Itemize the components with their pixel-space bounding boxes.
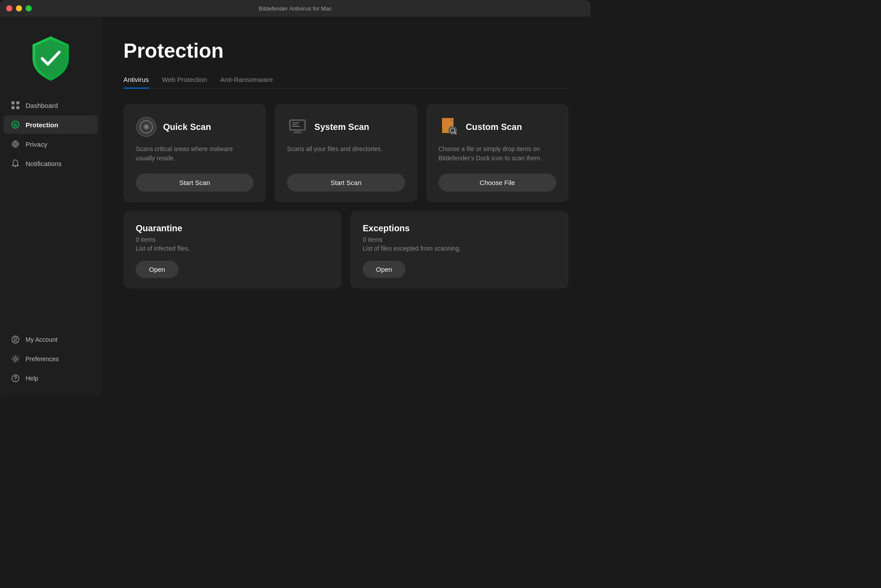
protection-label: Protection xyxy=(26,121,58,129)
minimize-button[interactable] xyxy=(16,5,22,11)
custom-scan-header: Custom Scan xyxy=(439,116,556,137)
svg-point-21 xyxy=(145,126,147,128)
main-content: Protection Antivirus Web Protection Anti… xyxy=(101,17,591,396)
tab-web-protection[interactable]: Web Protection xyxy=(162,76,207,89)
svg-rect-3 xyxy=(16,106,19,109)
custom-scan-card: Custom Scan Choose a file or simply drop… xyxy=(426,104,569,202)
tab-bar: Antivirus Web Protection Anti-Ransomware xyxy=(123,76,569,89)
quick-scan-icon xyxy=(136,116,157,137)
sidebar-nav: Dashboard B Protection xyxy=(0,96,101,325)
svg-rect-28 xyxy=(293,132,302,133)
my-account-label: My Account xyxy=(26,336,57,343)
quick-scan-button[interactable]: Start Scan xyxy=(136,174,253,192)
svg-text:B: B xyxy=(14,122,17,128)
notifications-icon xyxy=(11,159,20,168)
maximize-button[interactable] xyxy=(26,5,32,11)
sidebar-item-privacy[interactable]: Privacy xyxy=(4,135,98,153)
preferences-label: Preferences xyxy=(26,355,59,362)
window-title: Bitdefender Antivirus for Mac xyxy=(259,5,332,12)
system-scan-button[interactable]: Start Scan xyxy=(287,174,405,192)
custom-scan-title: Custom Scan xyxy=(466,122,522,132)
close-button[interactable] xyxy=(6,5,12,11)
quarantine-count: 0 items xyxy=(136,236,329,243)
help-icon xyxy=(11,374,20,383)
system-scan-icon xyxy=(287,116,308,137)
svg-point-17 xyxy=(15,380,16,381)
privacy-icon xyxy=(11,139,20,149)
exceptions-desc: List of files excepted from scanning. xyxy=(363,245,556,252)
help-label: Help xyxy=(26,375,38,382)
title-bar: Bitdefender Antivirus for Mac xyxy=(0,0,591,17)
sidebar-item-protection[interactable]: B Protection xyxy=(4,115,98,134)
bottom-cards-grid: Quarantine 0 items List of infected file… xyxy=(123,211,569,288)
my-account-icon xyxy=(11,335,20,344)
logo-area xyxy=(0,17,101,96)
quarantine-card: Quarantine 0 items List of infected file… xyxy=(123,211,342,288)
exceptions-card: Exceptions 0 items List of files excepte… xyxy=(350,211,569,288)
quick-scan-header: Quick Scan xyxy=(136,116,253,137)
privacy-label: Privacy xyxy=(26,141,47,148)
quarantine-desc: List of infected files. xyxy=(136,245,329,252)
system-scan-header: System Scan xyxy=(287,116,405,137)
sidebar: Dashboard B Protection xyxy=(0,17,101,396)
window-controls[interactable] xyxy=(6,5,32,11)
sidebar-item-help[interactable]: Help xyxy=(4,369,98,388)
notifications-label: Notifications xyxy=(26,160,62,167)
quarantine-open-button[interactable]: Open xyxy=(136,261,178,278)
svg-rect-0 xyxy=(11,101,15,104)
sidebar-item-dashboard[interactable]: Dashboard xyxy=(4,96,98,115)
page-title: Protection xyxy=(123,39,569,63)
exceptions-count: 0 items xyxy=(363,236,556,243)
svg-point-8 xyxy=(15,144,16,144)
sidebar-item-my-account[interactable]: My Account xyxy=(4,330,98,349)
svg-rect-23 xyxy=(291,121,304,129)
svg-point-14 xyxy=(14,337,17,340)
exceptions-title: Exceptions xyxy=(363,223,556,233)
sidebar-item-notifications[interactable]: Notifications xyxy=(4,154,98,173)
app-layout: Dashboard B Protection xyxy=(0,17,591,396)
quick-scan-desc: Scans critical areas where malware usual… xyxy=(136,144,253,163)
quick-scan-title: Quick Scan xyxy=(163,122,211,132)
preferences-icon xyxy=(11,354,20,364)
custom-scan-button[interactable]: Choose File xyxy=(439,174,556,192)
tab-anti-ransomware[interactable]: Anti-Ransomware xyxy=(220,76,273,89)
svg-rect-1 xyxy=(16,101,19,104)
exceptions-open-button[interactable]: Open xyxy=(363,261,405,278)
custom-scan-icon xyxy=(439,116,460,137)
sidebar-item-preferences[interactable]: Preferences xyxy=(4,350,98,368)
protection-icon: B xyxy=(11,120,20,129)
tab-antivirus[interactable]: Antivirus xyxy=(123,76,149,89)
svg-rect-27 xyxy=(295,130,300,132)
dashboard-icon xyxy=(11,100,20,110)
system-scan-title: System Scan xyxy=(314,122,369,132)
scan-cards-grid: Quick Scan Scans critical areas where ma… xyxy=(123,104,569,202)
svg-rect-2 xyxy=(11,106,15,109)
quarantine-title: Quarantine xyxy=(136,223,329,233)
quick-scan-card: Quick Scan Scans critical areas where ma… xyxy=(123,104,266,202)
shield-logo xyxy=(26,34,75,83)
dashboard-label: Dashboard xyxy=(26,102,58,109)
system-scan-desc: Scans all your files and directories. xyxy=(287,144,405,163)
system-scan-card: System Scan Scans all your files and dir… xyxy=(275,104,417,202)
svg-point-15 xyxy=(14,358,17,360)
sidebar-bottom: My Account Preferences xyxy=(0,325,101,396)
custom-scan-desc: Choose a file or simply drop items on Bi… xyxy=(439,144,556,163)
